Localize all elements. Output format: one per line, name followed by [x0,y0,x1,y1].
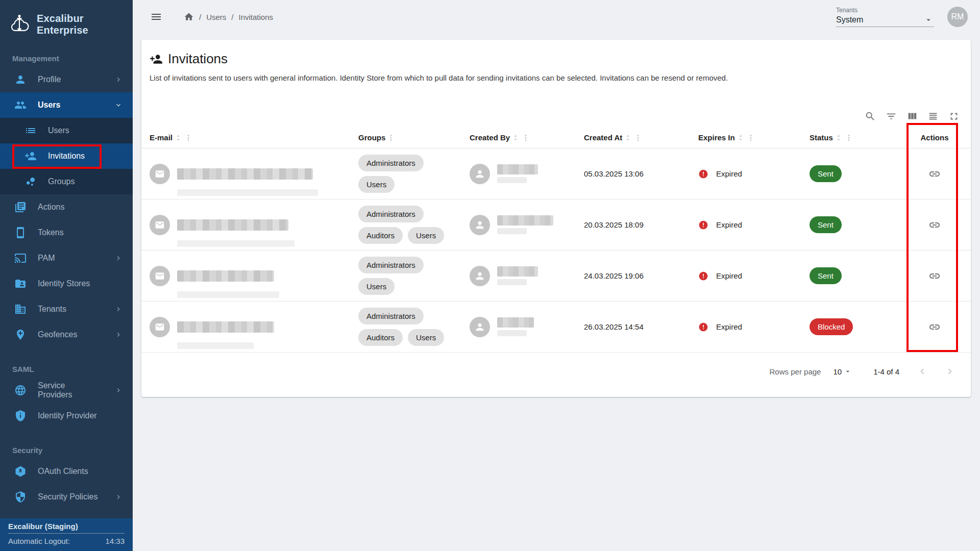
error-icon [698,322,708,332]
excalibur-cloud-sword-logo [8,13,31,36]
menu-toggle-icon[interactable] [150,11,162,23]
status-cell: Sent [810,165,906,182]
sidebar-item-label: Identity Stores [38,279,125,288]
library-books-icon [14,201,27,213]
tenants-select-value: System [836,15,863,24]
sidebar-item-profile[interactable]: Profile [0,67,133,92]
email-cell [150,251,358,301]
sidebar-item-tokens[interactable]: Tokens [0,220,133,245]
redacted-text [497,279,527,285]
expires-cell: Expired [698,220,810,230]
created-at-cell: 24.03.2025 19:06 [584,271,698,280]
page-title: Invitations [168,51,228,67]
sidebar-item-label: Users [48,126,125,135]
breadcrumb-invitations[interactable]: Invitations [239,13,274,21]
status-cell: Blocked [810,318,906,335]
redacted-email [177,270,274,282]
group-chip: Administrators [358,155,424,171]
auto-logout-label: Automatic Logout: [8,537,70,545]
status-cell: Sent [810,216,906,233]
globe-icon [14,384,27,396]
invitation-link-icon[interactable] [928,270,941,282]
rows-per-page-select[interactable]: 10 [833,367,852,376]
column-menu-icon[interactable] [521,133,530,142]
sidebar: Excalibur Enterprise Management Profile … [0,0,133,551]
folder-shared-icon [14,278,27,290]
sidebar-item-service-providers[interactable]: Service Providers [0,378,133,403]
sidebar-item-security-policies[interactable]: Security Policies [0,484,133,510]
chevron-down-icon [112,101,125,109]
search-icon[interactable] [865,111,876,122]
breadcrumb-users[interactable]: Users [206,13,226,21]
created-by-cell [470,148,584,199]
sidebar-item-identity-provider[interactable]: Identity Provider [0,403,133,429]
sidebar-item-groups[interactable]: Groups [0,169,133,194]
security-shield-icon [14,491,27,503]
group-chip: Administrators [358,308,424,324]
invitation-link-icon[interactable] [928,219,941,231]
sidebar-item-label: Identity Provider [38,411,125,420]
error-icon [698,220,708,230]
redacted-text [177,240,295,247]
list-icon [24,124,37,137]
columns-icon[interactable] [906,111,918,122]
column-menu-icon[interactable] [746,133,755,142]
sidebar-item-users[interactable]: Users [0,92,133,118]
error-icon [698,271,708,281]
sort-icon[interactable] [736,133,745,142]
auto-logout-timer: 14:33 [105,537,125,545]
header-groups: Groups [358,133,470,142]
sort-icon[interactable] [623,133,632,142]
brand-name: Excalibur Enterprise [37,13,128,36]
sidebar-item-invitations[interactable]: Invitations [0,143,133,169]
sort-icon[interactable] [174,133,183,142]
invitation-link-icon[interactable] [928,321,941,333]
pagination-bar: Rows per page 10 1-4 of 4 [141,353,971,377]
sort-icon[interactable] [511,133,520,142]
group-chip: Administrators [358,257,424,273]
sidebar-item-pam[interactable]: PAM [0,245,133,271]
expires-text: Expired [716,271,742,280]
fullscreen-icon[interactable] [948,111,960,122]
sidebar-item-identity-stores[interactable]: Identity Stores [0,271,133,296]
sidebar-item-geofences[interactable]: Geofences [0,322,133,347]
group-chip: Auditors [358,329,403,346]
header-created-at: Created At [584,133,698,142]
error-icon [698,169,708,179]
sidebar-item-actions[interactable]: Actions [0,194,133,220]
status-badge: Sent [810,165,842,182]
redacted-text [497,330,527,336]
sidebar-item-label: Groups [48,177,125,186]
previous-page-icon[interactable] [917,366,928,377]
user-avatar[interactable]: RM [947,7,968,27]
person-add-icon [150,53,163,66]
user-avatar-placeholder [470,215,490,235]
smartphone-icon [14,227,27,239]
tenants-select-label: Tenants [836,7,934,14]
email-cell [150,199,358,250]
sidebar-item-tenants[interactable]: Tenants [0,296,133,322]
column-menu-icon[interactable] [386,133,396,142]
avatar-initials: RM [951,12,964,21]
sidebar-item-oauth-clients[interactable]: OAuth Clients [0,459,133,484]
sidebar-item-label: PAM [38,254,101,263]
header-email: E-mail [150,133,358,142]
home-icon[interactable] [184,12,194,22]
person-add-icon [24,150,37,162]
sort-icon[interactable] [834,133,843,142]
density-icon[interactable] [927,111,939,122]
invitation-link-icon[interactable] [928,168,941,180]
sidebar-item-users-list[interactable]: Users [0,118,133,143]
chevron-right-icon [112,305,125,313]
chevron-right-icon [112,493,125,501]
column-menu-icon[interactable] [633,133,643,142]
column-menu-icon[interactable] [844,133,853,142]
column-menu-icon[interactable] [184,133,193,142]
tenants-select[interactable]: Tenants System [836,7,934,27]
group-chip: Users [358,176,395,193]
redacted-email [177,321,274,333]
next-page-icon[interactable] [944,366,955,377]
filter-icon[interactable] [886,111,897,122]
sidebar-item-label: OAuth Clients [38,467,125,476]
caret-down-icon [844,367,852,375]
